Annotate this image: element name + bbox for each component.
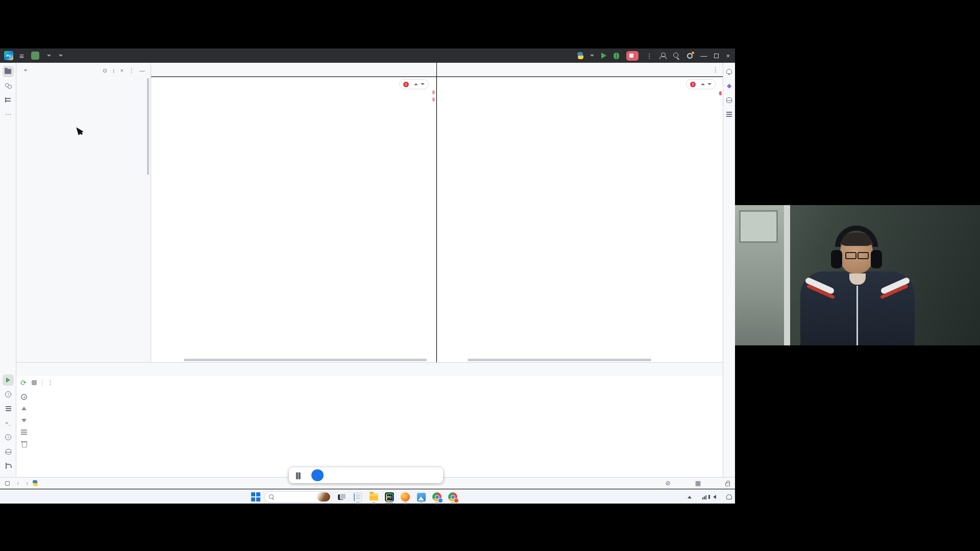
windows-taskbar (0, 489, 735, 504)
debug-tool-icon[interactable] (3, 389, 14, 400)
notifications-bell-icon[interactable] (724, 66, 735, 77)
error-icon: ! (690, 82, 696, 87)
pycharm-taskbar-icon[interactable] (383, 491, 396, 503)
terminal-tool-icon[interactable]: >_ (3, 417, 14, 429)
column-mode-icon[interactable]: ▦ (695, 480, 701, 487)
background-door (735, 205, 784, 345)
main-menu-icon[interactable]: ≡ (19, 52, 24, 60)
problems-tool-icon[interactable] (3, 432, 14, 443)
project-badge (31, 52, 39, 60)
breadcrumb-separator: › (26, 480, 28, 487)
search-everywhere-icon[interactable] (673, 53, 679, 59)
taskbar-search-box[interactable] (264, 491, 332, 503)
services-tool-icon[interactable] (3, 403, 14, 414)
highlighting-level-icon[interactable]: ⊘ (666, 480, 671, 487)
hide-panel-icon[interactable]: ― (138, 67, 146, 73)
next-error-icon[interactable] (421, 82, 425, 86)
search-highlight-image[interactable] (317, 492, 330, 502)
horizontal-scrollbar[interactable] (184, 359, 427, 361)
maximize-button[interactable] (714, 54, 719, 58)
tab-options-icon[interactable]: ⋮ (712, 66, 723, 73)
screen-share-icon: ▐▌ (294, 472, 303, 479)
collapse-all-icon[interactable]: × (119, 67, 125, 73)
photos-taskbar-icon[interactable] (415, 491, 427, 503)
structure-tool-icon[interactable] (3, 94, 14, 106)
next-error-icon[interactable] (707, 82, 712, 86)
editor-pane-claude[interactable]: ! (437, 77, 723, 362)
lock-icon[interactable] (725, 483, 730, 486)
project-tool-icon[interactable] (3, 66, 14, 77)
clear-console-icon[interactable] (20, 440, 28, 448)
error-stripe-mark[interactable] (719, 91, 722, 95)
chevron-down-icon (47, 55, 51, 57)
chrome-taskbar-icon[interactable] (431, 491, 443, 503)
prev-error-icon[interactable] (701, 82, 705, 86)
inspection-widget[interactable]: ! (399, 79, 429, 89)
commit-tool-icon[interactable] (3, 80, 14, 91)
tree-scrollbar[interactable] (147, 78, 149, 175)
tray-overflow-icon[interactable] (688, 496, 692, 498)
editor-pane-gemini[interactable]: ! (151, 77, 436, 362)
python-file-icon (577, 52, 584, 59)
pycharm-logo-icon (4, 51, 13, 60)
error-stripe-mark[interactable] (432, 97, 435, 102)
notepad-taskbar-icon[interactable] (352, 491, 364, 503)
breadcrumb-file[interactable] (32, 480, 41, 487)
headphones-band (835, 226, 878, 247)
run-tool-window: ⟳ ⋮ (16, 362, 723, 477)
run-toolbar: ⟳ ⋮ (16, 376, 723, 389)
gradle-tool-icon[interactable] (724, 109, 735, 120)
expand-collapse-icon[interactable]: ↕ (111, 67, 117, 73)
project-selector[interactable] (43, 55, 51, 57)
rerun-icon[interactable]: ⟳ (20, 379, 27, 386)
scroll-down-icon[interactable] (20, 416, 28, 424)
database-tool-icon[interactable] (724, 94, 735, 106)
code-with-me-icon[interactable] (659, 53, 666, 59)
search-icon (269, 494, 274, 499)
run-button[interactable] (601, 53, 606, 59)
debug-button[interactable] (614, 53, 619, 59)
more-options-icon[interactable]: ⋮ (47, 379, 54, 386)
panel-options-icon[interactable]: ⋮ (127, 67, 136, 74)
editor-tabs-right-group: ⋮ (437, 63, 723, 77)
stop-icon (629, 54, 633, 58)
prev-error-icon[interactable] (414, 82, 418, 86)
settings-gear-icon[interactable] (687, 53, 693, 59)
file-explorer-taskbar-icon[interactable] (368, 491, 380, 503)
python-packages-tool-icon[interactable] (3, 446, 14, 457)
run-tool-icon[interactable] (3, 374, 14, 386)
run-panel-title (16, 363, 26, 376)
right-tool-strip: ◆ (723, 63, 735, 477)
vcs-menu[interactable] (55, 55, 63, 57)
ai-assistant-icon[interactable]: ◆ (724, 80, 735, 91)
headphone-cup-right (871, 250, 882, 268)
error-stripe-mark[interactable] (432, 90, 435, 94)
minimize-button[interactable]: — (700, 52, 707, 60)
locate-file-icon[interactable]: ⊙ (101, 67, 109, 74)
stop-sharing-button[interactable] (311, 469, 324, 481)
run-configuration-selector[interactable] (577, 52, 594, 59)
door-frame (784, 205, 790, 345)
soft-wrap-icon[interactable] (20, 428, 28, 436)
git-tool-icon[interactable] (3, 460, 14, 471)
task-view-button[interactable] (336, 491, 348, 503)
horizontal-scrollbar[interactable] (468, 359, 651, 361)
stop-icon[interactable] (32, 380, 37, 385)
inspection-widget[interactable]: ! (686, 79, 716, 89)
notification-center-icon[interactable] (726, 494, 732, 499)
volume-icon[interactable] (713, 495, 716, 499)
network-icon[interactable] (702, 494, 708, 499)
editor-tabs-left-group (151, 63, 436, 77)
stop-processes-button[interactable] (626, 51, 639, 61)
more-actions-icon[interactable]: ⋮ (646, 52, 652, 60)
chrome-profile2-taskbar-icon[interactable] (447, 491, 459, 503)
webcam-tile (735, 205, 980, 345)
console-settings-icon[interactable] (20, 393, 28, 401)
start-button[interactable] (251, 492, 260, 502)
firefox-taskbar-icon[interactable] (399, 491, 411, 503)
more-tools-icon[interactable]: ⋯ (3, 109, 14, 120)
scroll-up-icon[interactable] (20, 405, 28, 413)
project-icon (5, 481, 10, 486)
close-button[interactable]: × (726, 52, 730, 60)
console-output[interactable] (34, 390, 721, 477)
